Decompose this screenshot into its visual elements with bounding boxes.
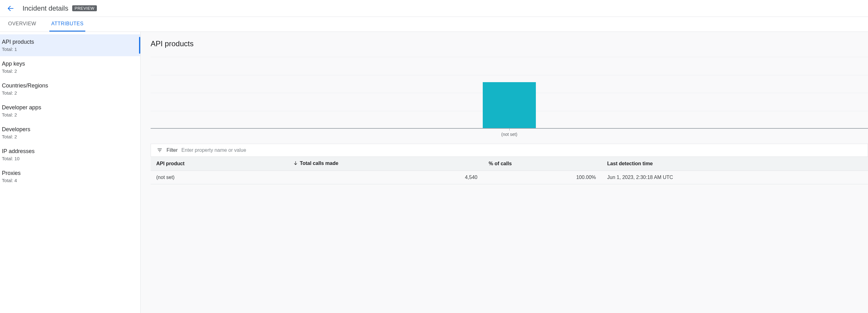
preview-badge: PREVIEW [72,5,97,11]
sidebar-item-label: App keys [2,61,138,67]
sidebar-item-developer-apps[interactable]: Developer appsTotal: 2 [0,100,140,122]
sidebar-item-proxies[interactable]: ProxiesTotal: 4 [0,165,140,187]
tab-overview[interactable]: OVERVIEW [6,17,38,32]
col-header-pct[interactable]: % of calls [483,157,601,171]
sidebar-item-total: Total: 2 [2,134,138,139]
tabs: OVERVIEW ATTRIBUTES [0,17,868,32]
tab-attributes[interactable]: ATTRIBUTES [50,17,85,32]
page-title: Incident details [23,4,68,12]
sidebar-item-total: Total: 2 [2,112,138,118]
cell-product: (not set) [151,171,287,184]
chart-bars [151,57,868,129]
sidebar-item-app-keys[interactable]: App keysTotal: 2 [0,56,140,78]
sidebar-item-label: Proxies [2,170,138,177]
sidebar-item-ip-addresses[interactable]: IP addressesTotal: 10 [0,144,140,165]
table-header-row: API product Total calls made % of calls … [151,157,868,171]
sort-desc-icon [293,161,298,167]
col-header-last[interactable]: Last detection time [601,157,868,171]
sidebar-item-label: API products [2,39,138,45]
sidebar-item-label: Developer apps [2,104,138,111]
sidebar-item-developers[interactable]: DevelopersTotal: 2 [0,122,140,144]
chart-x-axis [151,128,868,129]
section-title: API products [151,39,868,48]
sidebar-item-label: Developers [2,126,138,133]
sidebar-item-total: Total: 2 [2,90,138,96]
filter-icon [157,147,163,153]
filter-input[interactable] [182,148,862,153]
main: API products (not set) Filter API produc… [141,32,868,313]
col-header-product[interactable]: API product [151,157,287,171]
cell-last: Jun 1, 2023, 2:30:18 AM UTC [601,171,868,184]
back-button[interactable] [6,4,15,13]
sidebar: API productsTotal: 1App keysTotal: 2Coun… [0,32,141,313]
sidebar-item-label: IP addresses [2,148,138,155]
cell-pct: 100.00% [483,171,601,184]
sidebar-item-total: Total: 10 [2,156,138,161]
sidebar-item-total: Total: 2 [2,68,138,74]
chart: (not set) [151,57,868,129]
data-table: API product Total calls made % of calls … [151,156,868,184]
header-bar: Incident details PREVIEW [0,0,868,17]
arrow-left-icon [7,5,14,12]
chart-category-label: (not set) [151,132,868,137]
filter-label: Filter [166,148,178,153]
table-row[interactable]: (not set)4,540100.00%Jun 1, 2023, 2:30:1… [151,171,868,184]
sidebar-item-label: Countries/Regions [2,83,138,89]
sidebar-item-api-products[interactable]: API productsTotal: 1 [0,34,140,56]
chart-tick [509,129,509,131]
col-header-calls[interactable]: Total calls made [287,157,483,171]
sidebar-item-countries-regions[interactable]: Countries/RegionsTotal: 2 [0,78,140,100]
col-header-calls-label: Total calls made [300,161,338,166]
cell-calls: 4,540 [287,171,483,184]
sidebar-item-total: Total: 4 [2,178,138,183]
chart-bar [483,82,536,129]
filter-bar: Filter [151,144,868,156]
sidebar-item-total: Total: 1 [2,46,138,52]
content: API productsTotal: 1App keysTotal: 2Coun… [0,32,868,313]
